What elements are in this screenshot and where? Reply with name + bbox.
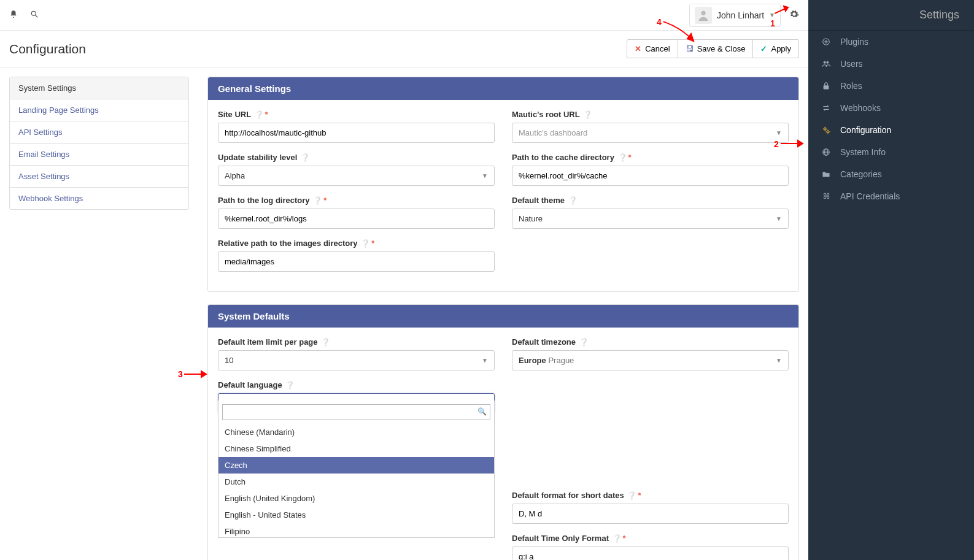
sidebar-title: Settings (808, 0, 974, 31)
help-icon[interactable]: ❔ (618, 153, 627, 162)
language-dropdown: 🔍 Chinese (Mandarin) Chinese Simplified … (218, 401, 495, 538)
caret-down-icon: ▼ (776, 357, 782, 364)
globe-icon (822, 148, 832, 156)
svg-point-12 (824, 128, 827, 131)
label-site-url: Site URL ❔* (218, 110, 495, 119)
sidebar-item-users[interactable]: Users (808, 53, 974, 75)
help-icon[interactable]: ❔ (361, 239, 370, 248)
nav-system-settings[interactable]: System Settings (10, 77, 188, 99)
notifications-icon[interactable] (9, 10, 18, 20)
caret-down-icon: ▼ (776, 129, 782, 136)
lock-icon (822, 82, 832, 90)
help-icon[interactable]: ❔ (613, 534, 622, 543)
sidebar-item-label: Configuration (840, 125, 891, 135)
time-only-input[interactable] (512, 547, 789, 560)
sidebar-item-label: Roles (840, 81, 862, 91)
svg-point-10 (827, 61, 829, 64)
language-option[interactable]: Dutch (218, 474, 494, 490)
sidebar-item-categories[interactable]: Categories (808, 163, 974, 185)
check-icon: ✓ (760, 44, 767, 53)
language-option[interactable]: English - United States (218, 507, 494, 523)
nav-asset-settings[interactable]: Asset Settings (10, 166, 188, 188)
help-icon[interactable]: ❔ (583, 110, 592, 119)
user-menu[interactable]: John Linhart ▼ (689, 4, 781, 27)
user-name: John Linhart (717, 10, 764, 20)
language-option[interactable]: Filipino (218, 523, 494, 537)
sidebar-item-webhooks[interactable]: Webhooks (808, 97, 974, 119)
root-url-select[interactable]: Mautic's dashboard▼ (512, 123, 789, 143)
cogs-icon (822, 126, 832, 134)
short-date-input[interactable] (512, 504, 789, 524)
caret-down-icon: ▼ (482, 357, 488, 364)
folder-icon (822, 170, 832, 178)
settings-nav: System Settings Landing Page Settings AP… (9, 77, 189, 210)
page-title: Configuration (9, 42, 86, 56)
nav-email-settings[interactable]: Email Settings (10, 144, 188, 166)
users-icon (822, 59, 832, 68)
sidebar-item-label: Users (840, 59, 863, 69)
label-language: Default language ❔ (218, 380, 495, 389)
update-stability-select[interactable]: Alpha▼ (218, 166, 495, 186)
svg-rect-11 (824, 85, 829, 89)
label-root-url: Mautic's root URL ❔ (512, 110, 789, 119)
label-log-dir: Path to the log directory ❔* (218, 196, 495, 205)
help-icon[interactable]: ❔ (321, 338, 330, 347)
exchange-icon (822, 104, 832, 112)
sidebar-item-configuration[interactable]: Configuration (808, 119, 974, 141)
sidebar-item-label: Webhooks (840, 103, 881, 113)
label-update-stability: Update stability level ❔ (218, 153, 495, 162)
svg-point-0 (31, 11, 36, 15)
images-dir-input[interactable] (218, 251, 495, 272)
apply-button[interactable]: ✓Apply (753, 39, 799, 58)
language-option[interactable]: Czech (218, 457, 494, 474)
nav-webhook-settings[interactable]: Webhook Settings (10, 188, 188, 209)
panel-defaults-header: System Defaults (208, 305, 798, 328)
sidebar-item-api-credentials[interactable]: API Credentials (808, 185, 974, 207)
help-icon[interactable]: ❔ (568, 196, 578, 205)
language-search-input[interactable] (222, 404, 490, 420)
panel-general-header: General Settings (208, 77, 798, 100)
item-limit-select[interactable]: 10▼ (218, 350, 495, 370)
close-icon: ✕ (635, 44, 641, 53)
search-icon: 🔍 (477, 407, 487, 416)
svg-point-9 (824, 61, 826, 64)
log-dir-input[interactable] (218, 209, 495, 229)
caret-down-icon: ▼ (482, 172, 488, 179)
label-item-limit: Default item limit per page ❔ (218, 337, 495, 347)
help-icon[interactable]: ❔ (627, 491, 636, 500)
language-option[interactable]: Chinese (Mandarin) (218, 424, 494, 440)
sidebar-item-label: Categories (840, 169, 882, 179)
annotation-4: 4 (657, 17, 662, 27)
svg-line-1 (36, 15, 38, 18)
cache-dir-input[interactable] (512, 166, 789, 186)
site-url-input[interactable] (218, 123, 495, 143)
search-icon[interactable] (30, 10, 39, 20)
sidebar-item-roles[interactable]: Roles (808, 75, 974, 97)
sidebar-item-label: Plugins (840, 37, 868, 47)
label-timezone: Default timezone ❔ (512, 337, 789, 347)
help-icon[interactable]: ❔ (285, 381, 295, 389)
help-icon[interactable]: ❔ (255, 110, 264, 119)
language-options-list[interactable]: Chinese (Mandarin) Chinese Simplified Cz… (218, 424, 494, 537)
label-cache-dir: Path to the cache directory ❔* (512, 153, 789, 162)
language-option[interactable]: Chinese Simplified (218, 440, 494, 457)
sidebar-item-plugins[interactable]: Plugins (808, 31, 974, 53)
timezone-select[interactable]: Europe Prague▼ (512, 350, 789, 370)
help-icon[interactable]: ❔ (313, 196, 322, 205)
annotation-3: 3 (178, 369, 183, 379)
svg-point-2 (701, 10, 705, 15)
svg-point-13 (827, 131, 829, 133)
nav-api-settings[interactable]: API Settings (10, 121, 188, 144)
default-theme-select[interactable]: Nature▼ (512, 209, 789, 229)
label-images-dir: Relative path to the images directory ❔* (218, 239, 495, 248)
language-option[interactable]: English (United Kingdom) (218, 490, 494, 507)
plus-circle-icon (822, 37, 832, 46)
sidebar-item-label: System Info (840, 147, 886, 157)
nav-landing-page[interactable]: Landing Page Settings (10, 99, 188, 121)
help-icon[interactable]: ❔ (301, 153, 310, 162)
help-icon[interactable]: ❔ (579, 338, 589, 347)
sidebar-item-system-info[interactable]: System Info (808, 141, 974, 163)
label-time-only: Default Time Only Format ❔* (512, 534, 789, 543)
caret-down-icon: ▼ (776, 215, 782, 222)
label-short-date: Default format for short dates ❔* (512, 491, 789, 500)
